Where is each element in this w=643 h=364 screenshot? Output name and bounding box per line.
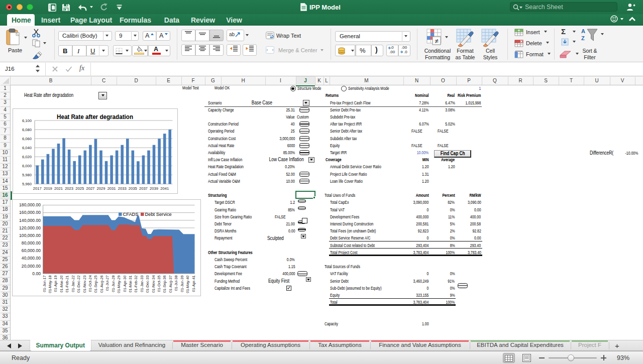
svg-text:01-Jul-38: 01-Jul-38 [174,276,178,291]
svg-text:01-Sep-25: 01-Sep-25 [93,276,98,293]
svg-text:01-Jun-17: 01-Jun-17 [42,276,47,292]
svg-text:5,980: 5,980 [22,173,32,177]
svg-text:2031: 2031 [108,186,116,191]
svg-text:2041: 2041 [160,186,169,191]
svg-text:2035: 2035 [129,186,137,191]
svg-text:6,020: 6,020 [22,155,32,159]
svg-text:2039: 2039 [150,186,158,191]
svg-text:40,000.00: 40,000.00 [22,256,41,261]
svg-text:01-Feb-32: 01-Feb-32 [134,276,138,293]
svg-text:Heat Rate after degradation: Heat Rate after degradation [57,113,133,120]
svg-text:01-Jun-39: 01-Jun-39 [180,276,184,292]
svg-text:2021: 2021 [54,186,63,191]
svg-text:01-Mar-20: 01-Mar-20 [59,276,64,293]
svg-text:2037: 2037 [139,186,148,191]
svg-text:01-Jan-33: 01-Jan-33 [140,276,144,292]
svg-text:80,000.00: 80,000.00 [22,240,41,246]
svg-text:01-Oct-35: 01-Oct-35 [157,276,161,292]
svg-text:0.00: 0.00 [32,271,41,276]
svg-text:6,000: 6,000 [22,164,32,168]
svg-text:140,000.00: 140,000.00 [19,218,41,223]
svg-text:01-Sep-36: 01-Sep-36 [162,276,167,293]
svg-text:01-Aug-26: 01-Aug-26 [99,276,104,293]
svg-text:01-Feb-21: 01-Feb-21 [65,276,69,293]
svg-text:100,000.00: 100,000.00 [19,233,41,238]
svg-text:160,000.00: 160,000.00 [19,210,41,215]
svg-text:01-Jan-22: 01-Jan-22 [71,276,75,292]
svg-text:01-Nov-34: 01-Nov-34 [151,276,156,293]
svg-text:01-Jul-27: 01-Jul-27 [105,276,110,291]
svg-text:2019: 2019 [44,186,52,191]
svg-text:60,000.00: 60,000.00 [22,248,41,253]
svg-text:2033: 2033 [118,186,127,191]
svg-text:01-Jun-28: 01-Jun-28 [111,276,116,292]
svg-text:01-Dec-33: 01-Dec-33 [145,276,150,293]
svg-text:6,080: 6,080 [22,128,32,132]
svg-text:01-May-29: 01-May-29 [117,276,121,293]
svg-text:01-Dec-22: 01-Dec-22 [76,276,81,293]
svg-text:5,960: 5,960 [22,182,32,186]
svg-text:20,000.00: 20,000.00 [22,264,41,269]
svg-text:2025: 2025 [75,186,84,191]
svg-text:CFADS: CFADS [123,212,139,217]
svg-text:2023: 2023 [65,186,73,191]
svg-text:01-Apr-30: 01-Apr-30 [123,276,127,292]
svg-text:6,100: 6,100 [22,118,32,123]
svg-text:2017: 2017 [33,186,42,191]
svg-text:01-Apr-19: 01-Apr-19 [53,276,58,292]
svg-text:01-Apr-41: 01-Apr-41 [191,276,196,292]
svg-text:2029: 2029 [97,186,105,191]
svg-text:6,040: 6,040 [22,146,32,150]
svg-text:01-Oct-24: 01-Oct-24 [88,276,92,292]
svg-text:Debt Service: Debt Service [145,212,172,217]
svg-text:180,000.00: 180,000.00 [19,202,41,207]
svg-text:01-Nov-23: 01-Nov-23 [82,276,87,293]
svg-text:01-May-40: 01-May-40 [185,276,190,293]
svg-text:01-May-18: 01-May-18 [48,276,52,293]
svg-text:01-Mar-31: 01-Mar-31 [128,276,133,293]
svg-text:01-Aug-37: 01-Aug-37 [168,276,173,293]
svg-text:2027: 2027 [86,186,94,191]
svg-text:6,060: 6,060 [22,137,32,141]
svg-text:120,000.00: 120,000.00 [19,225,41,230]
svg-text:≠: ≠ [435,37,438,45]
